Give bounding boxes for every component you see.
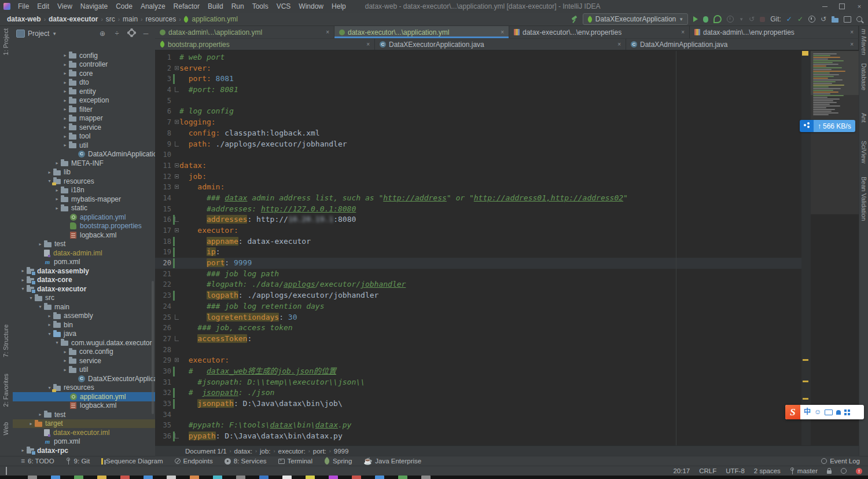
tree-chevron-down-icon[interactable]: ▾ [46,331,53,337]
tree-item-mybatis-mapper[interactable]: ▸mybatis-mapper [13,195,155,204]
lock-icon[interactable] [827,470,832,474]
taskbar-app-icon[interactable] [190,476,199,479]
tree-chevron-right-icon[interactable]: ▸ [61,134,69,139]
tree-chevron-right-icon[interactable]: ▸ [61,367,69,372]
tree-item-core[interactable]: ▸core [13,69,155,78]
run-configuration-select[interactable]: DataXExecutorApplication ▼ [583,13,688,25]
menu-help[interactable]: Help [328,2,350,10]
tree-item-datax-core[interactable]: ▸datax-core [13,276,155,285]
profiler-button[interactable] [713,15,722,23]
code-line-36[interactable]: 36 pypath: D:\Java\datax\bin\datax.py [155,431,801,442]
tool-tab-ant[interactable]: Ant [860,113,867,123]
code-line-16[interactable]: 16 addresses: http://10.20.19.1:8080 [155,214,801,225]
code-line-21[interactable]: 21 ### job log path [155,269,801,280]
code-line-25[interactable]: 25 logretentiondays: 30 [155,312,801,323]
tree-chevron-right-icon[interactable]: ▸ [61,98,69,103]
taskbar-app-icon[interactable] [282,476,292,479]
tool-tab-sciview[interactable]: SciView [860,141,867,163]
debug-button[interactable] [703,16,708,23]
tree-item-logback-xml[interactable]: logback.xml [13,231,155,240]
tree-item-test[interactable]: ▸test [13,410,155,419]
code-line-34[interactable]: 34 [155,409,801,421]
code-line-29[interactable]: 29 executor: [155,355,801,366]
tree-chevron-right-icon[interactable]: ▸ [61,142,69,148]
editor-breadcrumb-9999[interactable]: 9999 [333,448,350,455]
ime-emoji-icon[interactable]: ☺ [814,405,821,419]
search-everywhere-icon[interactable] [856,16,862,22]
fold-open-icon[interactable] [175,163,179,167]
code-line-35[interactable]: 35 #pypath: F:\tools\datax\bin\datax.py [155,420,801,431]
fold-open-icon[interactable] [175,185,179,189]
taskbar-app-icon[interactable] [329,476,338,479]
tree-chevron-right-icon[interactable]: ▸ [19,277,27,283]
tree-item-util[interactable]: ▸util [13,141,155,150]
tool-tab-maven[interactable]: m Maven [860,29,867,55]
taskbar-app-icon[interactable] [236,476,245,479]
menu-build[interactable]: Build [204,2,227,10]
stop-button[interactable] [760,17,765,22]
code-line-24[interactable]: 24 ### job log retention days [155,301,801,312]
tab-close-icon[interactable]: × [366,41,370,47]
taskbar-app-icon[interactable] [144,476,153,479]
maximize-button[interactable] [833,0,851,13]
tree-chevron-right-icon[interactable]: ▸ [53,196,61,202]
tool-tab-web[interactable]: Web [2,422,9,435]
menu-vcs[interactable]: VCS [273,2,295,10]
code-line-4[interactable]: 4 #port: 8081 [155,85,801,96]
error-notification-icon[interactable] [856,468,862,474]
tree-chevron-right-icon[interactable]: ▸ [61,71,69,76]
code-line-22[interactable]: 22 #logpath: ./data/applogs/executor/job… [155,279,801,290]
menu-run[interactable]: Run [227,2,248,10]
code-line-11[interactable]: 11datax: [155,160,801,171]
tool-button-8-services[interactable]: 8: Services [219,457,273,465]
code-line-18[interactable]: 18 appname: datax-executor [155,236,801,247]
code-line-5[interactable]: 5 [155,96,801,107]
taskbar-app-icon[interactable] [51,476,60,479]
tree-item-dto[interactable]: ▸dto [13,78,155,87]
taskbar-app-icon[interactable] [120,476,130,479]
editor-tab-bootstrap-properties[interactable]: bootstrap.properties× [155,39,375,50]
code-line-8[interactable]: 8 config: classpath:logback.xml [155,128,801,139]
breadcrumb-item-datax-executor[interactable]: datax-executor [47,15,99,23]
tree-chevron-right-icon[interactable]: ▸ [61,62,69,67]
tree-chevron-right-icon[interactable]: ▸ [46,170,53,175]
editor-scrollbar[interactable] [801,51,811,445]
minimize-button[interactable] [816,0,833,13]
status-caret-position[interactable]: 20:17 [673,467,690,474]
editor-tab-dataxexecutorapplication-java[interactable]: CDataXExecutorApplication.java× [375,39,626,50]
menu-file[interactable]: File [14,2,33,10]
tree-item-main[interactable]: ▾main [13,302,155,312]
tree-item-mapper[interactable]: ▸mapper [13,114,155,123]
breadcrumb-item-application-yml[interactable]: application.yml [190,15,238,23]
tool-tab-2-favorites[interactable]: 2: Favorites [2,374,9,407]
editor-breadcrumb-executor[interactable]: executor: [277,448,306,455]
status-line-separator[interactable]: CRLF [699,467,716,474]
tree-item-core-config[interactable]: ▸core.config [13,348,155,357]
coverage-button[interactable] [727,16,734,23]
tree-item-datax-rpc[interactable]: ▸datax-rpc [13,446,155,455]
tree-chevron-down-icon[interactable]: ▾ [27,295,35,301]
breadcrumb-item-src[interactable]: src [105,15,116,23]
terminal-icon[interactable] [844,16,851,23]
build-hammer-icon[interactable] [571,16,578,23]
tree-item-meta-inf[interactable]: ▸META-INF [13,159,155,168]
tab-close-icon[interactable]: × [326,29,329,35]
tree-chevron-right-icon[interactable]: ▸ [61,358,69,363]
tree-item-lib[interactable]: ▸lib [13,168,155,177]
tree-item-logback-xml[interactable]: logback.xml [13,401,155,411]
git-update-button[interactable]: ✓ [786,16,792,23]
tree-item-i18n[interactable]: ▸i18n [13,186,155,195]
menu-code[interactable]: Code [112,2,137,10]
run-button[interactable] [693,16,698,22]
tool-button-endpoints[interactable]: Endpoints [169,457,219,465]
tool-button-terminal[interactable]: Terminal [273,457,318,465]
project-structure-icon[interactable] [832,18,838,23]
menu-window[interactable]: Window [295,2,328,10]
tree-item-filter[interactable]: ▸filter [13,105,155,114]
tree-chevron-down-icon[interactable]: ▾ [36,304,44,309]
tree-item-service[interactable]: ▸service [13,123,155,132]
tool-tab-bean-validation[interactable]: Bean Validation [860,177,867,221]
tree-item-config[interactable]: ▸config [13,51,155,60]
tree-chevron-right-icon[interactable]: ▸ [46,322,53,327]
code-line-15[interactable]: 15 #addresses: http://127.0.0.1:8080 [155,204,801,215]
